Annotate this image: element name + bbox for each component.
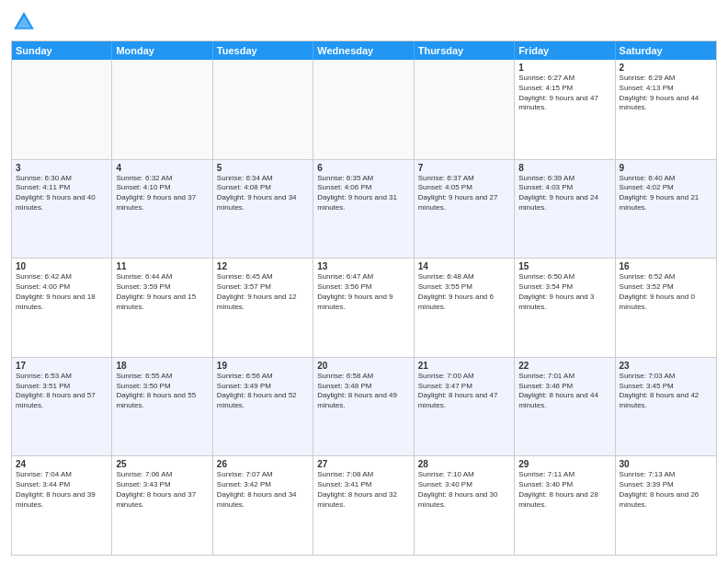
day-info: Sunrise: 6:44 AM Sunset: 3:59 PM Dayligh… [116,272,208,312]
day-info: Sunrise: 7:00 AM Sunset: 3:47 PM Dayligh… [418,372,510,411]
day-info: Sunrise: 6:52 AM Sunset: 3:52 PM Dayligh… [620,272,712,312]
day-number: 26 [217,459,309,469]
day-number: 4 [116,163,208,173]
day-info: Sunrise: 6:40 AM Sunset: 4:02 PM Dayligh… [620,174,712,213]
day-number: 1 [518,63,610,73]
calendar-row-3: 17Sunrise: 6:53 AM Sunset: 3:51 PM Dayli… [12,357,716,456]
day-cell-18: 18Sunrise: 6:55 AM Sunset: 3:50 PM Dayli… [112,358,212,456]
day-number: 25 [116,459,208,469]
day-cell-29: 29Sunrise: 7:11 AM Sunset: 3:40 PM Dayli… [515,456,615,555]
empty-cell-0-2 [213,60,313,159]
day-number: 23 [620,361,712,371]
day-cell-19: 19Sunrise: 6:56 AM Sunset: 3:49 PM Dayli… [213,358,313,456]
day-number: 7 [418,163,510,173]
day-info: Sunrise: 6:34 AM Sunset: 4:08 PM Dayligh… [217,174,309,213]
day-cell-10: 10Sunrise: 6:42 AM Sunset: 4:00 PM Dayli… [12,259,112,357]
day-number: 30 [620,459,712,469]
day-cell-15: 15Sunrise: 6:50 AM Sunset: 3:54 PM Dayli… [515,259,615,357]
day-cell-30: 30Sunrise: 7:13 AM Sunset: 3:39 PM Dayli… [616,456,716,555]
day-cell-27: 27Sunrise: 7:08 AM Sunset: 3:41 PM Dayli… [313,456,414,555]
day-number: 13 [317,261,409,271]
weekday-header-friday: Friday [515,41,615,60]
day-info: Sunrise: 7:03 AM Sunset: 3:45 PM Dayligh… [620,372,712,411]
day-number: 18 [116,361,208,371]
day-number: 29 [518,459,610,469]
day-number: 14 [418,261,510,271]
day-info: Sunrise: 7:04 AM Sunset: 3:44 PM Dayligh… [16,470,108,510]
day-cell-24: 24Sunrise: 7:04 AM Sunset: 3:44 PM Dayli… [12,456,112,555]
day-info: Sunrise: 6:27 AM Sunset: 4:15 PM Dayligh… [518,74,610,113]
empty-cell-0-1 [112,60,212,159]
day-number: 21 [418,361,510,371]
day-cell-6: 6Sunrise: 6:35 AM Sunset: 4:06 PM Daylig… [313,160,414,259]
day-info: Sunrise: 6:35 AM Sunset: 4:06 PM Dayligh… [317,174,409,213]
day-cell-5: 5Sunrise: 6:34 AM Sunset: 4:08 PM Daylig… [213,160,313,259]
day-info: Sunrise: 6:42 AM Sunset: 4:00 PM Dayligh… [16,272,108,312]
day-number: 22 [518,361,610,371]
day-info: Sunrise: 7:01 AM Sunset: 3:46 PM Dayligh… [518,372,610,411]
weekday-header-monday: Monday [112,41,212,60]
day-number: 16 [620,261,712,271]
day-number: 27 [317,459,409,469]
calendar: SundayMondayTuesdayWednesdayThursdayFrid… [11,40,717,556]
day-info: Sunrise: 6:50 AM Sunset: 3:54 PM Dayligh… [518,272,610,312]
day-cell-25: 25Sunrise: 7:06 AM Sunset: 3:43 PM Dayli… [112,456,212,555]
day-cell-21: 21Sunrise: 7:00 AM Sunset: 3:47 PM Dayli… [415,358,515,456]
day-info: Sunrise: 6:53 AM Sunset: 3:51 PM Dayligh… [16,372,108,411]
day-number: 5 [217,163,309,173]
day-info: Sunrise: 6:55 AM Sunset: 3:50 PM Dayligh… [116,372,208,411]
weekday-header-wednesday: Wednesday [313,41,414,60]
day-info: Sunrise: 7:11 AM Sunset: 3:40 PM Dayligh… [518,470,610,510]
day-info: Sunrise: 6:48 AM Sunset: 3:55 PM Dayligh… [418,272,510,312]
day-number: 17 [16,361,108,371]
day-cell-16: 16Sunrise: 6:52 AM Sunset: 3:52 PM Dayli… [616,259,716,357]
day-info: Sunrise: 7:13 AM Sunset: 3:39 PM Dayligh… [620,470,712,510]
day-cell-7: 7Sunrise: 6:37 AM Sunset: 4:05 PM Daylig… [415,160,515,259]
calendar-header: SundayMondayTuesdayWednesdayThursdayFrid… [12,41,716,60]
weekday-header-sunday: Sunday [12,41,112,60]
day-cell-14: 14Sunrise: 6:48 AM Sunset: 3:55 PM Dayli… [415,259,515,357]
day-info: Sunrise: 6:47 AM Sunset: 3:56 PM Dayligh… [317,272,409,312]
day-info: Sunrise: 6:30 AM Sunset: 4:11 PM Dayligh… [16,174,108,213]
day-number: 20 [317,361,409,371]
logo [11,9,40,35]
day-cell-23: 23Sunrise: 7:03 AM Sunset: 3:45 PM Dayli… [616,358,716,456]
day-info: Sunrise: 7:07 AM Sunset: 3:42 PM Dayligh… [217,470,309,510]
weekday-header-tuesday: Tuesday [213,41,313,60]
calendar-row-1: 3Sunrise: 6:30 AM Sunset: 4:11 PM Daylig… [12,159,716,259]
day-cell-28: 28Sunrise: 7:10 AM Sunset: 3:40 PM Dayli… [415,456,515,555]
day-info: Sunrise: 6:29 AM Sunset: 4:13 PM Dayligh… [620,74,712,113]
day-number: 24 [16,459,108,469]
day-cell-4: 4Sunrise: 6:32 AM Sunset: 4:10 PM Daylig… [112,160,212,259]
empty-cell-0-4 [415,60,515,159]
calendar-row-2: 10Sunrise: 6:42 AM Sunset: 4:00 PM Dayli… [12,258,716,357]
empty-cell-0-3 [313,60,414,159]
weekday-header-saturday: Saturday [616,41,716,60]
day-cell-8: 8Sunrise: 6:39 AM Sunset: 4:03 PM Daylig… [515,160,615,259]
empty-cell-0-0 [12,60,112,159]
day-cell-1: 1Sunrise: 6:27 AM Sunset: 4:15 PM Daylig… [515,60,615,159]
day-cell-13: 13Sunrise: 6:47 AM Sunset: 3:56 PM Dayli… [313,259,414,357]
day-cell-9: 9Sunrise: 6:40 AM Sunset: 4:02 PM Daylig… [616,160,716,259]
logo-icon [11,9,37,35]
day-info: Sunrise: 7:08 AM Sunset: 3:41 PM Dayligh… [317,470,409,510]
day-info: Sunrise: 6:58 AM Sunset: 3:48 PM Dayligh… [317,372,409,411]
day-info: Sunrise: 6:56 AM Sunset: 3:49 PM Dayligh… [217,372,309,411]
day-number: 2 [620,63,712,73]
calendar-row-4: 24Sunrise: 7:04 AM Sunset: 3:44 PM Dayli… [12,455,716,555]
day-number: 3 [16,163,108,173]
day-info: Sunrise: 7:06 AM Sunset: 3:43 PM Dayligh… [116,470,208,510]
day-number: 10 [16,261,108,271]
day-number: 28 [418,459,510,469]
header [11,9,717,35]
day-number: 11 [116,261,208,271]
day-cell-2: 2Sunrise: 6:29 AM Sunset: 4:13 PM Daylig… [616,60,716,159]
page: SundayMondayTuesdayWednesdayThursdayFrid… [0,0,728,563]
day-number: 6 [317,163,409,173]
day-info: Sunrise: 6:37 AM Sunset: 4:05 PM Dayligh… [418,174,510,213]
day-number: 15 [518,261,610,271]
day-number: 8 [518,163,610,173]
day-cell-22: 22Sunrise: 7:01 AM Sunset: 3:46 PM Dayli… [515,358,615,456]
weekday-header-thursday: Thursday [415,41,515,60]
day-number: 12 [217,261,309,271]
